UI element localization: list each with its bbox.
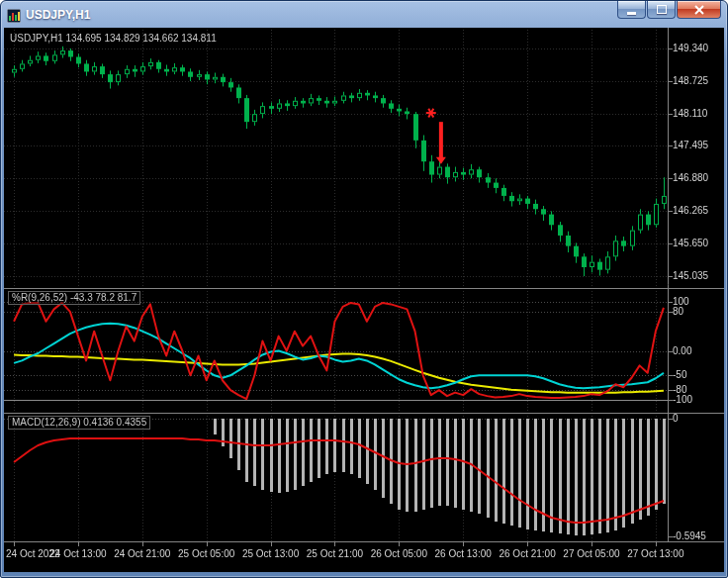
restore-icon	[657, 5, 667, 14]
minimize-icon	[627, 12, 636, 15]
close-icon	[694, 5, 704, 15]
chart-window-icon	[7, 9, 21, 23]
price-chart-canvas[interactable]	[4, 28, 724, 572]
chart-area: USDJPY,H1 134.695 134.829 134.662 134.81…	[4, 28, 724, 572]
maximize-button[interactable]	[647, 1, 676, 19]
window-controls	[616, 1, 721, 19]
minimize-button[interactable]	[617, 1, 646, 19]
close-button[interactable]	[677, 1, 721, 19]
title-bar[interactable]: USDJPY,H1	[4, 1, 724, 28]
app-window: USDJPY,H1 USDJPY,H1 134.695 134.829 134.…	[0, 0, 728, 578]
window-title: USDJPY,H1	[26, 8, 90, 22]
